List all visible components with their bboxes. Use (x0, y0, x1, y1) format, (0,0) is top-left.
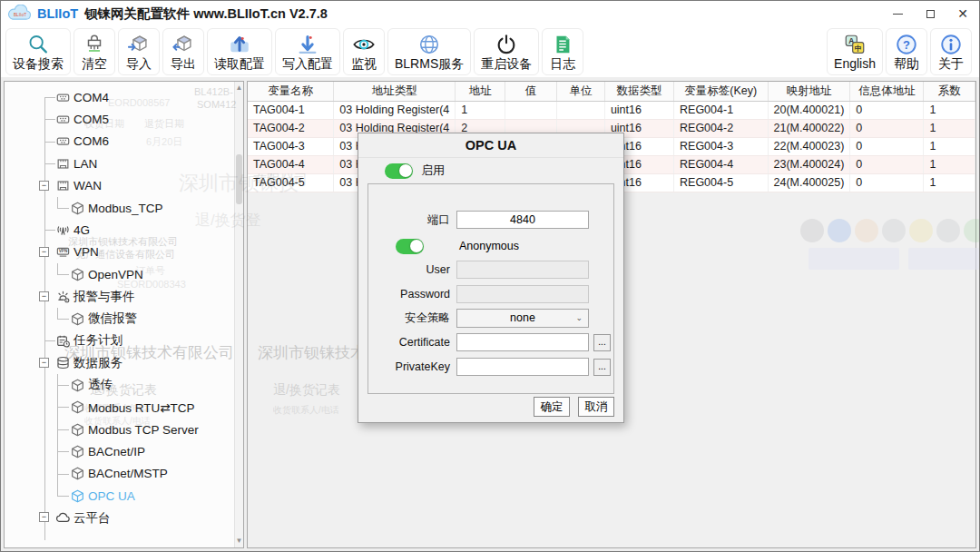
toolbar-read-config-button[interactable]: 读取配置 (207, 28, 272, 75)
table-cell[interactable]: 0 (850, 101, 924, 119)
tree-scrollbar[interactable]: ▲ ▼ (234, 82, 243, 547)
table-cell[interactable]: 1 (924, 173, 975, 192)
table-cell[interactable]: 03 Holding Register(4 (334, 101, 456, 119)
toolbar-restart-device-button[interactable]: 重启设备 (474, 28, 539, 75)
table-cell[interactable]: 1 (924, 101, 975, 119)
tree-item-modbus_tcp[interactable]: Modbus_TCP (5, 197, 234, 219)
table-cell[interactable]: uint16 (604, 101, 673, 119)
maximize-button[interactable] (923, 6, 937, 21)
table-cell[interactable]: 0 (850, 119, 924, 137)
table-cell[interactable]: 23(M.400024) (768, 155, 850, 173)
table-cell[interactable] (556, 101, 604, 119)
scroll-up-arrow[interactable]: ▲ (235, 83, 243, 94)
tree-item-bacnet/mstp[interactable]: BACnet/MSTP (5, 463, 234, 485)
close-button[interactable]: ✕ (956, 6, 970, 21)
minimize-button[interactable] (890, 6, 905, 21)
tree-item-com4[interactable]: COM4 (5, 86, 234, 108)
table-cell[interactable]: TAG004-2 (248, 119, 334, 137)
table-cell[interactable]: TAG004-1 (248, 101, 334, 119)
table-cell[interactable]: REG004-2 (674, 119, 768, 137)
serial-port-icon (56, 91, 70, 104)
tree-item-com5[interactable]: COM5 (5, 108, 234, 130)
port-input[interactable] (456, 211, 589, 229)
toolbar-blrms-service-button[interactable]: BLRMS服务 (387, 28, 471, 75)
tree-item-vpn[interactable]: −VPNVPN (5, 242, 234, 263)
opcua-dialog: OPC UA 启用 端口 Anonymous User Password (358, 133, 624, 423)
ethernet-icon (56, 157, 70, 171)
certificate-browse-button[interactable]: ... (593, 334, 611, 351)
toolbar-monitor-button[interactable]: 监视 (343, 28, 385, 75)
anonymous-toggle[interactable] (396, 239, 424, 254)
certificate-input[interactable] (456, 333, 589, 351)
table-cell[interactable]: 0 (850, 155, 924, 173)
scroll-thumb[interactable] (236, 154, 242, 204)
table-cell[interactable]: REG004-4 (674, 155, 768, 173)
search-icon (26, 33, 50, 56)
cancel-button[interactable]: 取消 (578, 397, 614, 417)
tree-item-label: LAN (74, 157, 97, 171)
toolbar-log-button[interactable]: 日志 (542, 28, 583, 75)
security-policy-select[interactable]: none ⌄ (456, 309, 589, 328)
tree-item-4g[interactable]: 4G (5, 219, 234, 241)
tree-expander[interactable]: − (39, 512, 49, 522)
table-row[interactable]: TAG004-103 Holding Register(41uint16REG0… (248, 101, 975, 119)
table-cell[interactable]: 22(M.400023) (768, 137, 850, 155)
tree-item-openvpn[interactable]: OpenVPN (5, 263, 234, 285)
node-icon (71, 489, 84, 503)
column-header: 值 (505, 82, 557, 101)
table-cell[interactable]: 21(M.400022) (768, 119, 850, 137)
tree-item-云平台[interactable]: −云平台 (5, 507, 234, 528)
tree-expander[interactable]: − (39, 358, 49, 368)
table-cell[interactable] (505, 101, 557, 119)
table-cell[interactable]: REG004-5 (674, 173, 768, 192)
toolbar-clear-button[interactable]: 清空 (74, 28, 115, 75)
table-cell[interactable]: 0 (850, 137, 924, 155)
tree-item-label: 数据服务 (74, 355, 122, 371)
toolbar-write-config-button[interactable]: 写入配置 (275, 28, 340, 75)
tree-item-任务计划[interactable]: 任务计划 (5, 330, 234, 351)
table-cell[interactable]: REG004-3 (674, 137, 768, 155)
toolbar-button-label: 导入 (126, 56, 152, 72)
toolbar-help-button[interactable]: ? 帮助 (886, 28, 927, 75)
tree-item-modbus-tcp-server[interactable]: Modbus TCP Server (5, 419, 234, 440)
toolbar-english-button[interactable]: A中 English (827, 28, 883, 75)
tree-item-com6[interactable]: COM6 (5, 131, 234, 153)
privatekey-input[interactable] (456, 358, 589, 376)
toolbar-import-button[interactable]: 导入 (118, 28, 160, 75)
tree-item-透传[interactable]: 透传 (5, 374, 234, 396)
table-cell[interactable]: 1 (924, 155, 975, 173)
tree-item-lan[interactable]: LAN (5, 153, 234, 174)
tree-item-微信报警[interactable]: 微信报警 (5, 308, 234, 330)
table-cell[interactable]: 1 (924, 119, 975, 137)
tree-item-modbus-rtu⇄tcp[interactable]: Modbus RTU⇄TCP (5, 396, 234, 418)
tree-expander[interactable]: − (39, 291, 49, 301)
toolbar-about-button[interactable]: 关于 (930, 28, 972, 75)
tree-item-label: OPC UA (88, 489, 135, 503)
table-cell[interactable]: TAG004-3 (248, 137, 334, 155)
table-cell[interactable]: REG004-1 (674, 101, 768, 119)
scroll-down-arrow[interactable]: ▼ (235, 536, 243, 547)
tree-item-数据服务[interactable]: −数据服务 (5, 352, 234, 374)
table-cell[interactable]: 20(M.400021) (768, 101, 850, 119)
toolbar-device-search-button[interactable]: 设备搜索 (5, 28, 71, 75)
table-cell[interactable]: TAG004-4 (248, 155, 334, 173)
tree-item-报警与事件[interactable]: −报警与事件 (5, 286, 234, 308)
table-cell[interactable]: 1 (924, 137, 975, 155)
tree-item-bacnet/ip[interactable]: BACnet/IP (5, 440, 234, 462)
app-logo-icon: BLIIoT (6, 5, 34, 23)
enable-toggle[interactable] (385, 163, 413, 179)
ok-button[interactable]: 确定 (534, 397, 570, 417)
tree-item-label: 4G (74, 223, 90, 237)
tree-item-wan[interactable]: −WAN (5, 175, 234, 197)
tree-expander[interactable]: − (39, 181, 49, 191)
table-cell[interactable]: TAG004-5 (248, 173, 334, 192)
toolbar-button-label: 帮助 (894, 56, 919, 72)
table-cell[interactable]: 1 (456, 101, 505, 119)
table-cell[interactable]: 24(M.400025) (768, 173, 850, 192)
privatekey-browse-button[interactable]: ... (593, 359, 611, 376)
tree-connector-line (57, 451, 69, 452)
toolbar-export-button[interactable]: 导出 (162, 28, 204, 75)
table-cell[interactable]: 0 (850, 173, 924, 192)
tree-expander[interactable]: − (39, 247, 49, 257)
tree-item-opc-ua[interactable]: OPC UA (5, 485, 234, 507)
